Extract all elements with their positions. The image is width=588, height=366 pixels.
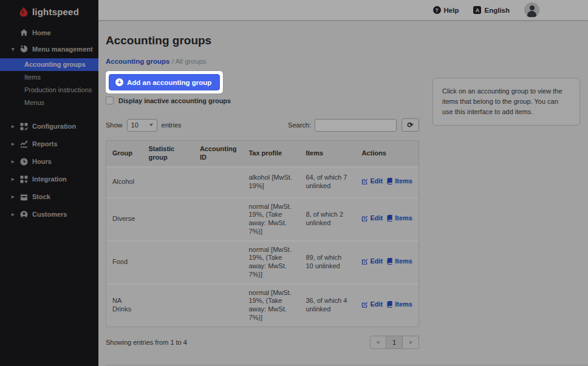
table-row[interactable]: Diverse normal [MwSt. 19%, (Take away: M… (106, 198, 419, 242)
breadcrumb-link-accounting-groups[interactable]: Accounting groups (106, 58, 169, 65)
table-row[interactable]: Food normal [MwSt. 19%, (Take away: MwSt… (106, 242, 419, 285)
sidebar-item-integration[interactable]: ▸ Integration (0, 171, 98, 188)
cell-accounting-id (194, 198, 243, 242)
column-header-tax-profile[interactable]: Tax profile (242, 141, 299, 168)
sidebar-item-production-instructions[interactable]: Production instructions (0, 84, 98, 97)
cell-group: NA Drinks (106, 285, 142, 327)
menu-management-icon (19, 45, 28, 53)
integration-icon (19, 175, 28, 183)
column-header-group[interactable]: Group (106, 141, 142, 168)
stock-icon (19, 192, 28, 201)
sidebar-item-home[interactable]: Home (0, 24, 98, 41)
edit-link[interactable]: Edit (361, 214, 383, 223)
breadcrumb-current-page: All groups (175, 58, 206, 65)
lightspeed-flame-icon (19, 8, 28, 16)
sidebar-item-label: Menu management (32, 46, 93, 53)
search-label: Search: (288, 121, 311, 129)
lightspeed-logo[interactable]: lightspeed (0, 0, 98, 24)
sidebar-item-label: Reports (32, 140, 58, 147)
sidebar-item-items[interactable]: Items (0, 71, 98, 84)
accounting-groups-table: Group Statistic group Accounting ID Tax … (106, 140, 419, 327)
cell-items: 8, of which 2 unlinked (299, 198, 355, 242)
tutorial-highlight-box: + Add an accounting group (106, 71, 223, 93)
column-header-statistic-group[interactable]: Statistic group (142, 141, 193, 168)
display-inactive-checkbox[interactable] (106, 97, 114, 104)
pagination-prev-button[interactable]: « (370, 336, 386, 349)
sidebar-item-customers[interactable]: ▸ Customers (0, 206, 98, 223)
configuration-icon (19, 122, 28, 130)
info-box: Click on an accounting group to view the… (432, 78, 580, 126)
sidebar-item-menus[interactable]: Menus (0, 97, 98, 109)
cell-tax-profile: normal [MwSt. 19%, (Take away: MwSt. 7%)… (242, 285, 299, 327)
column-header-actions: Actions (355, 141, 419, 168)
sidebar-item-label: Integration (32, 175, 67, 183)
table-controls: Show 10 entries Search: ⟳ (106, 118, 419, 132)
chevron-right-icon: ▸ (12, 123, 19, 129)
chevron-right-icon: ▸ (12, 211, 19, 217)
edit-link[interactable]: Edit (361, 257, 383, 266)
breadcrumb-separator: / (172, 58, 174, 65)
home-icon (19, 29, 28, 37)
cell-tax-profile: normal [MwSt. 19%, (Take away: MwSt. 7%)… (242, 198, 299, 242)
menu-management-children: Accounting groups Items Production instr… (0, 58, 98, 109)
sidebar-item-menu-management[interactable]: ▾ Menu management (0, 41, 98, 57)
sidebar-item-hours[interactable]: ▸ Hours (0, 153, 98, 170)
edit-link[interactable]: Edit (361, 177, 383, 186)
topbar: ? Help A English (98, 0, 588, 20)
entries-summary: Showing entries from 1 to 4 (106, 339, 187, 346)
search-input[interactable] (315, 119, 397, 132)
items-link[interactable]: Items (387, 214, 412, 223)
sidebar: lightspeed Home ▾ Menu management Accoun… (0, 0, 98, 366)
help-label: Help (444, 7, 459, 14)
pagination: « 1 » (370, 336, 419, 349)
cell-accounting-id (194, 168, 243, 198)
main-area: ? Help A English Accounting groups Accou… (98, 0, 588, 366)
add-accounting-group-button[interactable]: + Add an accounting group (109, 74, 220, 90)
content: Accounting groups Accounting groups / Al… (98, 20, 588, 366)
cell-tax-profile: normal [MwSt. 19%, (Take away: MwSt. 7%)… (242, 242, 299, 285)
cell-statistic-group (142, 198, 193, 242)
language-menu[interactable]: A English (473, 6, 510, 14)
column-header-accounting-id[interactable]: Accounting ID (194, 141, 243, 168)
column-header-items[interactable]: Items (299, 141, 355, 168)
chevron-right-icon: ▸ (12, 158, 19, 164)
help-icon: ? (433, 6, 441, 14)
table-row[interactable]: Alcohol alkohol [MwSt. 19%] 64, of which… (106, 168, 419, 198)
cell-tax-profile: alkohol [MwSt. 19%] (242, 168, 299, 198)
cell-items: 36, of which 4 unlinked (299, 285, 355, 327)
refresh-icon: ⟳ (407, 121, 413, 129)
breadcrumb: Accounting groups / All groups (106, 58, 580, 65)
items-link[interactable]: Items (387, 300, 412, 309)
help-menu[interactable]: ? Help (433, 6, 459, 14)
items-link[interactable]: Items (387, 177, 412, 186)
sidebar-item-configuration[interactable]: ▸ Configuration (0, 118, 98, 135)
user-avatar[interactable] (524, 2, 539, 18)
cell-accounting-id (194, 242, 243, 285)
cell-group: Diverse (106, 198, 142, 242)
table-footer-row: Showing entries from 1 to 4 « 1 » (106, 336, 419, 349)
cell-statistic-group (142, 168, 193, 198)
page-title: Accounting groups (106, 34, 580, 47)
sidebar-item-reports[interactable]: ▸ Reports (0, 135, 98, 152)
hours-icon (19, 157, 28, 166)
cell-items: 89, of which 10 unlinked (299, 242, 355, 285)
page-size-select[interactable]: 10 (127, 119, 157, 132)
sidebar-item-label: Configuration (32, 123, 76, 130)
pagination-page-1-button[interactable]: 1 (386, 336, 403, 349)
sidebar-item-accounting-groups[interactable]: Accounting groups (0, 58, 98, 71)
refresh-button[interactable]: ⟳ (402, 118, 419, 132)
chevron-down-icon: ▾ (12, 46, 19, 52)
cell-accounting-id (194, 285, 243, 327)
sidebar-item-label: Home (32, 29, 51, 36)
items-link[interactable]: Items (387, 257, 412, 266)
table-row[interactable]: NA Drinks normal [MwSt. 19%, (Take away:… (106, 285, 419, 327)
chevron-right-icon: ▸ (12, 194, 19, 200)
customers-icon (19, 210, 28, 219)
cell-statistic-group (142, 285, 193, 327)
chevron-right-icon: ▸ (12, 176, 19, 182)
avatar-person-icon (530, 5, 535, 10)
sidebar-item-stock[interactable]: ▸ Stock (0, 188, 98, 205)
pagination-next-button[interactable]: » (403, 336, 419, 349)
edit-link[interactable]: Edit (361, 300, 383, 309)
reports-icon (19, 140, 28, 148)
